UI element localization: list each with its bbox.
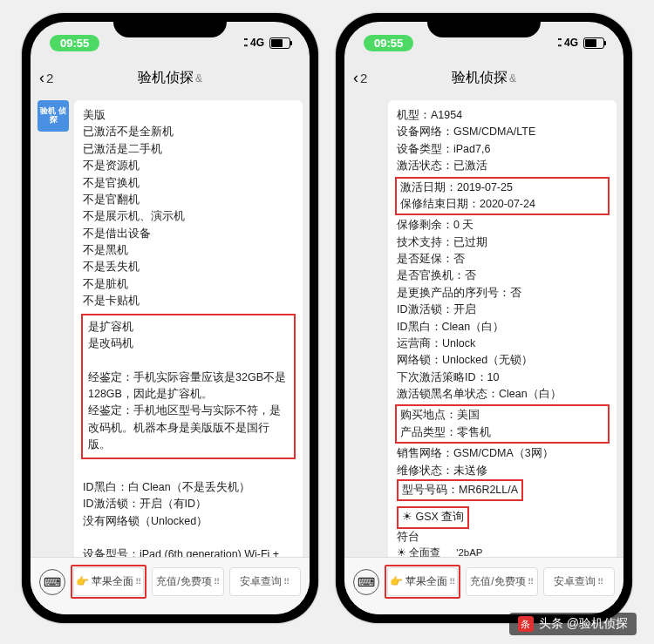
highlight-box: 👉 苹果全面⠿ bbox=[385, 565, 460, 599]
menu-recharge[interactable]: 充值/免费项⠿ bbox=[152, 567, 223, 596]
text-line bbox=[83, 463, 294, 479]
text-line: 运营商：Unlock bbox=[397, 336, 608, 352]
text-line: 不是官翻机 bbox=[83, 192, 294, 208]
text-line: 不是丢失机 bbox=[83, 259, 294, 275]
text-line: 是扩容机 bbox=[88, 319, 289, 336]
text-line: 激活锁黑名单状态：Clean（白） bbox=[397, 386, 608, 403]
text-line: ID黑白：白 Clean（不是丢失机） bbox=[83, 479, 294, 496]
text-line: 是改码机 bbox=[88, 336, 289, 352]
model-line: 型号号码：MR6R2LL/A bbox=[397, 479, 608, 501]
text-line: 设备型号：iPad (6th generation) Wi-Fi + Cellu… bbox=[83, 546, 294, 557]
highlight-box: 是扩容机是改码机 经鉴定：手机实际容量应该是32GB不是128GB，因此是扩容机… bbox=[81, 314, 296, 459]
menu-apple-full[interactable]: 👉 苹果全面⠿ bbox=[73, 567, 144, 596]
text-line: 是更换产品的序列号：否 bbox=[397, 285, 608, 302]
status-right: 4G bbox=[243, 37, 290, 49]
text-line bbox=[83, 530, 294, 546]
fit-label: 符台 bbox=[397, 529, 608, 546]
text-line: 不是脏机 bbox=[83, 276, 294, 293]
screen: 09:55 4G ‹ 2 验机侦探& 机型：A1954设备网络：GSM/CDMA… bbox=[344, 22, 623, 614]
text-line: 购买地点：美国 bbox=[400, 407, 604, 424]
text-line: 经鉴定：手机实际容量应该是32GB不是128GB，因此是扩容机。 bbox=[88, 369, 289, 403]
nav-bar: ‹ 2 验机侦探& bbox=[344, 60, 623, 95]
page-title: 验机侦探& bbox=[39, 69, 301, 87]
info-lines-mid: 保修剩余：0 天技术支持：已过期是否延保：否是否官换机：否是更换产品的序列号：否… bbox=[397, 217, 608, 403]
text-line: 没有网络锁（Unlocked） bbox=[83, 513, 294, 530]
phone-frame-right: 09:55 4G ‹ 2 验机侦探& 机型：A1954设备网络：GSM/CDMA… bbox=[336, 13, 632, 623]
info-lines-bot1: 销售网络：GSM/CDMA（3网）维修状态：未送修 bbox=[397, 445, 608, 479]
signal-icon bbox=[557, 37, 561, 49]
text-line: 是否官换机：否 bbox=[397, 268, 608, 284]
chat-body[interactable]: 验机 侦探 美版已激活不是全新机已激活是二手机不是资源机不是官换机不是官翻机不是… bbox=[31, 95, 310, 557]
text-line: 不是黑机 bbox=[83, 242, 294, 259]
query-values: '2bAP2019-06-11 bbox=[456, 546, 608, 557]
network-label: 4G bbox=[250, 37, 264, 49]
text-line: 不是资源机 bbox=[83, 158, 294, 174]
menu-android[interactable]: 安卓查询⠿ bbox=[229, 567, 301, 596]
page-title: 验机侦探& bbox=[353, 69, 615, 87]
text-line: 技术支持：已过期 bbox=[397, 234, 608, 251]
battery-icon bbox=[583, 37, 604, 49]
text-line: 美版 bbox=[83, 107, 294, 124]
bubble-text-tail: ID黑白：白 Clean（不是丢失机）ID激活锁：开启（有ID）没有网络锁（Un… bbox=[83, 463, 294, 558]
status-time: 09:55 bbox=[50, 35, 99, 51]
notch bbox=[427, 13, 541, 37]
status-right: 4G bbox=[557, 37, 604, 49]
keyboard-icon[interactable]: ⌨ bbox=[353, 569, 379, 595]
text-line: ID激活锁：开启（有ID） bbox=[83, 496, 294, 512]
menu-recharge[interactable]: 充值/免费项⠿ bbox=[466, 567, 537, 596]
text-line: 不是卡贴机 bbox=[83, 293, 294, 309]
text-line: 已激活是二手机 bbox=[83, 141, 294, 158]
battery-icon bbox=[269, 37, 290, 49]
text-line: ID激活锁：开启 bbox=[397, 302, 608, 318]
text-line bbox=[88, 352, 289, 369]
phone-frame-left: 09:55 4G ‹ 2 验机侦探& 验机 侦探 美版已激活不是全新机已激活是二… bbox=[22, 13, 318, 623]
text-line: 产品类型：零售机 bbox=[400, 424, 604, 441]
text-line: 保修结束日期：2020-07-24 bbox=[400, 196, 604, 213]
bottom-bar: ⌨ 👉 苹果全面⠿ 充值/免费项⠿ 安卓查询⠿ bbox=[31, 557, 310, 614]
screen: 09:55 4G ‹ 2 验机侦探& 验机 侦探 美版已激活不是全新机已激活是二… bbox=[31, 22, 310, 614]
chat-body[interactable]: 机型：A1954设备网络：GSM/CDMA/LTE设备类型：iPad7,6激活状… bbox=[344, 95, 623, 557]
menu-apple-full[interactable]: 👉 苹果全面⠿ bbox=[387, 567, 458, 596]
message-bubble: 机型：A1954设备网络：GSM/CDMA/LTE设备类型：iPad7,6激活状… bbox=[388, 100, 617, 557]
menu-android[interactable]: 安卓查询⠿ bbox=[543, 567, 615, 596]
text-line: 销售网络：GSM/CDMA（3网） bbox=[397, 445, 608, 462]
gsx-query-label: ☀ GSX 查询 bbox=[397, 506, 608, 528]
text-line: 网络锁：Unlocked（无锁） bbox=[397, 352, 608, 369]
signal-icon bbox=[243, 37, 247, 49]
query-row: ☀ 全面查'2bAP2019-06-11 bbox=[397, 546, 608, 557]
notch bbox=[113, 13, 227, 37]
highlight-box: 激活日期：2019-07-25保修结束日期：2020-07-24 bbox=[395, 177, 610, 216]
keyboard-icon[interactable]: ⌨ bbox=[39, 569, 65, 595]
avatar[interactable]: 验机 侦探 bbox=[37, 100, 69, 132]
bottom-bar: ⌨ 👉 苹果全面⠿ 充值/免费项⠿ 安卓查询⠿ bbox=[344, 557, 623, 614]
bubble-text-top: 美版已激活不是全新机已激活是二手机不是资源机不是官换机不是官翻机不是展示机、演示… bbox=[83, 107, 294, 310]
text-line: 激活日期：2019-07-25 bbox=[400, 180, 604, 196]
watermark: 条 头条 @验机侦探 bbox=[509, 613, 637, 635]
text-line: 保修剩余：0 天 bbox=[397, 217, 608, 234]
text-line: 维修状态：未送修 bbox=[397, 463, 608, 479]
message-bubble: 美版已激活不是全新机已激活是二手机不是资源机不是官换机不是官翻机不是展示机、演示… bbox=[74, 100, 303, 557]
text-line: 激活状态：已激活 bbox=[397, 158, 608, 174]
highlight-box: 👉 苹果全面⠿ bbox=[71, 565, 146, 599]
text-line: 是否延保：否 bbox=[397, 251, 608, 268]
query-list: ☀ 全面查'2bAP2019-06-11拍照查询ther3B重启查询018-03… bbox=[397, 546, 608, 557]
text-line: 机型：A1954 bbox=[397, 107, 608, 124]
text-line: 经鉴定：手机地区型号与实际不符，是改码机。机器本身是美版版不是国行版。 bbox=[88, 403, 289, 453]
status-time: 09:55 bbox=[364, 35, 413, 51]
message-row: 验机 侦探 美版已激活不是全新机已激活是二手机不是资源机不是官换机不是官翻机不是… bbox=[37, 100, 303, 557]
toutiao-icon: 条 bbox=[518, 616, 534, 632]
text-line: ID黑白：Clean（白） bbox=[397, 319, 608, 336]
network-label: 4G bbox=[564, 37, 578, 49]
nav-bar: ‹ 2 验机侦探& bbox=[31, 60, 310, 95]
text-line: 不是官换机 bbox=[83, 175, 294, 192]
text-line: 不是借出设备 bbox=[83, 226, 294, 242]
text-line: 已激活不是全新机 bbox=[83, 124, 294, 140]
text-line: 下次激活策略ID：10 bbox=[397, 369, 608, 386]
text-line: 设备类型：iPad7,6 bbox=[397, 141, 608, 158]
info-lines-top: 机型：A1954设备网络：GSM/CDMA/LTE设备类型：iPad7,6激活状… bbox=[397, 107, 608, 175]
text-line: 不是展示机、演示机 bbox=[83, 208, 294, 225]
query-label[interactable]: ☀ 全面查 bbox=[397, 546, 440, 557]
text-line: 设备网络：GSM/CDMA/LTE bbox=[397, 124, 608, 140]
highlight-box: 购买地点：美国产品类型：零售机 bbox=[395, 404, 610, 444]
